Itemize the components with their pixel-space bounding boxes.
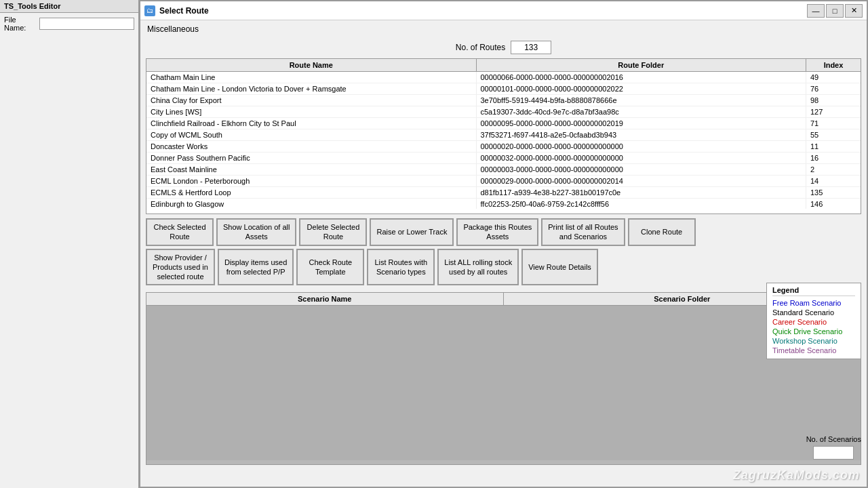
cell-route-name: Doncaster Works [146,141,477,152]
col-header-index: Index [806,59,861,71]
routes-table: Route Name Route Folder Index Chatham Ma… [146,58,861,214]
main-dialog: 🗂 Select Route — □ ✕ Miscellaneous No. o… [139,0,868,488]
file-name-input[interactable] [39,18,134,30]
table-row[interactable]: City Lines [WS] c5a19307-3ddc-40cd-9e7c-… [146,106,861,118]
cell-route-folder: 00000020-0000-0000-0000-000000000000 [477,141,807,152]
cell-route-folder: 00000029-0000-0000-0000-000000002014 [477,176,807,186]
delete-selected-route-button[interactable]: Delete Selected Route [299,218,367,246]
cell-route-name: Chatham Main Line [146,72,477,83]
cell-route-folder: 00000003-0000-0000-0000-000000000000 [477,164,807,175]
scenarios-count-label: No. of Scenarios [806,435,861,443]
table-header: Route Name Route Folder Index [146,59,861,72]
cell-route-index: 2 [806,164,861,175]
view-route-details-button[interactable]: View Route Details [521,249,598,286]
cell-route-index: 55 [806,129,861,140]
cell-route-folder: 3e70bff5-5919-4494-b9fa-b8880878666e [477,95,807,106]
table-row[interactable]: Copy of WCML South 37f53271-f697-4418-a2… [146,129,861,141]
clone-route-button[interactable]: Clone Route [628,218,696,246]
cell-route-folder: 00000095-0000-0000-0000-000000002019 [477,118,807,129]
file-name-row: File Name: [0,13,138,35]
cell-route-name: City Lines [WS] [146,106,477,117]
legend-item: Career Scenario [772,318,855,326]
close-button[interactable]: ✕ [845,4,863,18]
title-buttons: — □ ✕ [807,4,863,18]
legend-items: Free Roam ScenarioStandard ScenarioCaree… [772,299,855,354]
cell-route-folder: 00000101-0000-0000-0000-000000002022 [477,83,807,94]
title-bar: 🗂 Select Route — □ ✕ [140,1,867,20]
cell-route-name: Donner Pass Southern Pacific [146,152,477,163]
cell-route-name: ECMLS & Hertford Loop [146,187,477,198]
table-row[interactable]: Chatham Main Line - London Victoria to D… [146,83,861,95]
cell-route-name: ECML London - Peterborough [146,176,477,186]
buttons-section: Check Selected RouteShow Location of all… [140,216,867,291]
routes-count-row: No. of Routes [140,38,867,57]
routes-count-label: No. of Routes [456,43,505,52]
raise-lower-track-button[interactable]: Raise or Lower Track [370,218,454,246]
cell-route-index: 146 [806,199,861,209]
list-routes-scenario-button[interactable]: List Routes with Scenario types [367,249,435,286]
cell-route-index: 14 [806,176,861,186]
cell-route-folder: d81fb117-a939-4e38-b227-381b00197c0e [477,187,807,198]
display-items-pp-button[interactable]: Display items used from selected P/P [218,249,294,286]
table-row[interactable]: Donner Pass Southern Pacific 00000032-00… [146,152,861,164]
routes-count-input[interactable] [511,41,551,54]
scenarios-count-input[interactable] [813,446,854,460]
button-row-1: Check Selected RouteShow Location of all… [146,218,861,246]
legend-panel: Legend Free Roam ScenarioStandard Scenar… [766,283,861,359]
scenario-body [146,306,861,460]
watermark: ZagruzKaMods.com [733,468,860,483]
cell-route-name: Chatham Main Line - London Victoria to D… [146,83,477,94]
list-all-rolling-stock-button[interactable]: List ALL rolling stock used by all route… [437,249,519,286]
cell-route-folder: ffc02253-25f0-40a6-9759-2c142c8fff56 [477,199,807,209]
table-row[interactable]: ECMLS & Hertford Loop d81fb117-a939-4e38… [146,187,861,199]
table-row[interactable]: China Clay for Export 3e70bff5-5919-4494… [146,95,861,106]
print-list-routes-button[interactable]: Print list of all Routes and Scenarios [541,218,625,246]
show-provider-products-button[interactable]: Show Provider / Products used in selecte… [146,249,215,286]
col-header-route-name: Route Name [146,59,477,71]
minimize-button[interactable]: — [807,4,825,18]
table-row[interactable]: Edinburgh to Glasgow ffc02253-25f0-40a6-… [146,199,861,209]
title-bar-left: 🗂 Select Route [144,5,209,16]
left-panel: TS_Tools Editor File Name: [0,0,139,488]
cell-route-folder: c5a19307-3ddc-40cd-9e7c-d8a7bf3aa98c [477,106,807,117]
legend-item: Workshop Scenario [772,337,855,345]
cell-route-index: 98 [806,95,861,106]
table-body: Chatham Main Line 00000066-0000-0000-000… [146,72,861,209]
cell-route-folder: 37f53271-f697-4418-a2e5-0cfaabd3b943 [477,129,807,140]
package-routes-assets-button[interactable]: Package this Routes Assets [456,218,538,246]
cell-route-index: 127 [806,106,861,117]
check-route-template-button[interactable]: Check Route Template [296,249,364,286]
table-row[interactable]: East Coast Mainline 00000003-0000-0000-0… [146,164,861,176]
cell-route-name: East Coast Mainline [146,164,477,175]
cell-route-folder: 00000032-0000-0000-0000-000000000000 [477,152,807,163]
cell-route-index: 16 [806,152,861,163]
dialog-icon: 🗂 [144,5,155,16]
left-panel-title: TS_Tools Editor [0,0,138,13]
cell-route-index: 49 [806,72,861,83]
legend-item: Free Roam Scenario [772,299,855,307]
file-name-label: File Name: [4,16,37,32]
show-location-assets-button[interactable]: Show Location of all Assets [216,218,296,246]
scenario-table-header: Scenario Name Scenario Folder [146,293,861,306]
legend-item: Timetable Scenario [772,346,855,354]
cell-route-folder: 00000066-0000-0000-0000-000000002016 [477,72,807,83]
misc-label: Miscellaneous [140,20,867,38]
cell-route-index: 11 [806,141,861,152]
cell-route-name: China Clay for Export [146,95,477,106]
maximize-button[interactable]: □ [826,4,844,18]
table-row[interactable]: Clinchfield Railroad - Elkhorn City to S… [146,118,861,129]
legend-title: Legend [772,286,855,296]
cell-route-name: Edinburgh to Glasgow [146,199,477,209]
table-row[interactable]: Chatham Main Line 00000066-0000-0000-000… [146,72,861,83]
dialog-title: Select Route [159,6,209,16]
table-row[interactable]: Doncaster Works 00000020-0000-0000-0000-… [146,141,861,152]
cell-route-index: 135 [806,187,861,198]
table-row[interactable]: ECML London - Peterborough 00000029-0000… [146,176,861,187]
col-header-route-folder: Route Folder [477,59,807,71]
cell-route-name: Copy of WCML South [146,129,477,140]
scenario-table: Scenario Name Scenario Folder [146,292,861,465]
cell-route-index: 71 [806,118,861,129]
legend-item: Standard Scenario [772,308,855,317]
button-row-2: Show Provider / Products used in selecte… [146,249,861,286]
check-selected-route-button[interactable]: Check Selected Route [146,218,214,246]
